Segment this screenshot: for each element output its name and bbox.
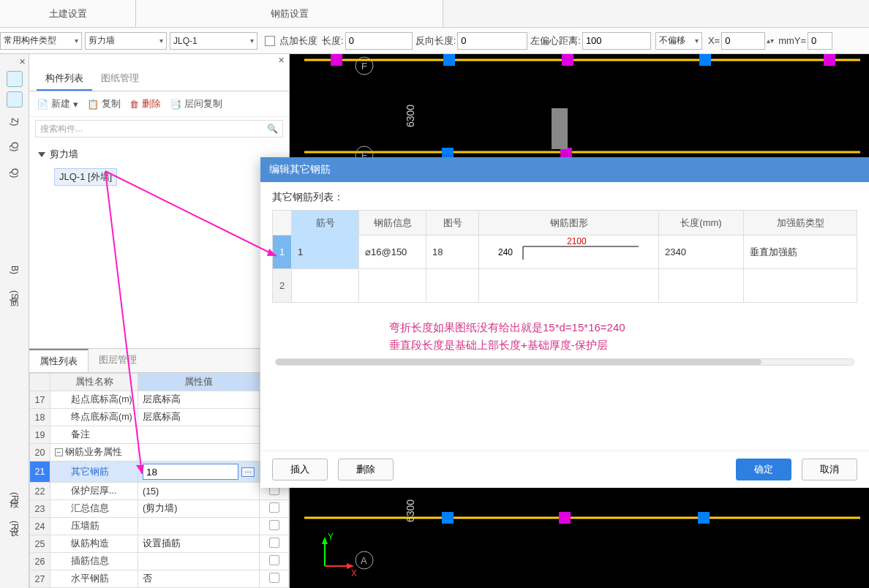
- side-item[interactable]: 设(R): [8, 521, 20, 533]
- select-wall-type[interactable]: 剪力墙▾: [85, 32, 167, 50]
- property-value[interactable]: [138, 553, 260, 570]
- cell-rebar-info[interactable]: ⌀16@150: [359, 235, 426, 269]
- row-number: 20: [30, 444, 50, 461]
- col-rebar-no[interactable]: 筋号: [292, 211, 359, 235]
- select-member-type[interactable]: 常用构件类型▾: [0, 32, 82, 50]
- table-row[interactable]: 21其它钢筋⋯: [30, 461, 289, 483]
- property-name: 压墙筋: [50, 518, 138, 535]
- side-item[interactable]: 段(R): [8, 492, 20, 505]
- checkbox-point-add-length[interactable]: [265, 36, 275, 46]
- table-row[interactable]: 27水平钢筋否: [30, 570, 289, 588]
- nav-icon-2[interactable]: [7, 91, 23, 108]
- col-img-no[interactable]: 图号: [426, 211, 479, 235]
- property-value[interactable]: [138, 426, 260, 444]
- tree-item-jlq1[interactable]: JLQ-1 [外墙]: [54, 168, 117, 186]
- table-row[interactable]: 22保护层厚...(15): [30, 483, 289, 500]
- tab-component-list[interactable]: 构件列表: [37, 67, 92, 91]
- ok-button[interactable]: 确定: [736, 459, 791, 480]
- input-length[interactable]: [345, 32, 413, 50]
- property-value[interactable]: [138, 518, 260, 535]
- col-rebar-info[interactable]: 钢筋信息: [359, 211, 426, 235]
- side-item[interactable]: Z): [10, 118, 20, 126]
- table-row[interactable]: 19备注: [30, 426, 289, 444]
- cell-img-no[interactable]: 18: [426, 235, 479, 269]
- table-row[interactable]: 17起点底标高(m)层底标高: [30, 391, 289, 409]
- floor-copy-button[interactable]: 📑 层间复制: [170, 97, 222, 110]
- extra-checkbox-cell[interactable]: [260, 553, 289, 570]
- tab-property-list[interactable]: 属性列表: [29, 349, 89, 372]
- tab-tujian[interactable]: 土建设置: [0, 0, 136, 27]
- col-length[interactable]: 长度(mm): [659, 211, 744, 235]
- checkbox-icon[interactable]: [269, 520, 279, 530]
- select-offset[interactable]: 不偏移▾: [655, 32, 702, 50]
- side-item[interactable]: Q): [10, 142, 20, 151]
- property-value[interactable]: 设置插筋: [138, 535, 260, 553]
- side-item[interactable]: 筋(S): [8, 290, 20, 302]
- tab-gangjin[interactable]: 钢筋设置: [136, 0, 443, 27]
- property-value[interactable]: (15): [138, 483, 260, 500]
- side-item[interactable]: B): [10, 265, 20, 274]
- select-jlq[interactable]: JLQ-1▾: [170, 32, 257, 50]
- col-rebar-shape[interactable]: 钢筋图形: [479, 211, 659, 235]
- extra-checkbox-cell[interactable]: [260, 518, 289, 535]
- close-icon[interactable]: ✕: [19, 57, 26, 67]
- property-value[interactable]: 否: [138, 570, 260, 588]
- input-x[interactable]: [721, 32, 765, 50]
- property-value[interactable]: [138, 444, 260, 461]
- nav-icon-1[interactable]: [7, 71, 23, 87]
- tree-root-shear-wall[interactable]: 剪力墙: [37, 145, 282, 164]
- more-icon[interactable]: ⋯: [241, 467, 255, 477]
- input-mmy[interactable]: [808, 32, 832, 50]
- table-row[interactable]: 23汇总信息(剪力墙): [30, 500, 289, 518]
- checkbox-icon[interactable]: [269, 555, 279, 565]
- table-row[interactable]: 26插筋信息: [30, 553, 289, 570]
- property-panel: 属性列表 图层管理 属性名称 属性值 附加 17起点底标高(m)层底标高18终点…: [29, 348, 289, 588]
- side-item[interactable]: Q): [10, 168, 20, 178]
- cell-rebar-shape[interactable]: 240 2100: [479, 235, 659, 269]
- horizontal-scrollbar[interactable]: [275, 358, 854, 366]
- tab-drawing-manage[interactable]: 图纸管理: [92, 67, 148, 91]
- table-row[interactable]: 18终点底标高(m)层底标高: [30, 409, 289, 426]
- cell-type[interactable]: 垂直加强筋: [744, 235, 857, 269]
- property-value[interactable]: 层底标高: [138, 409, 260, 426]
- property-value[interactable]: ⋯: [138, 461, 260, 483]
- rebar-table: 筋号 钢筋信息 图号 钢筋图形 长度(mm) 加强筋类型 1 1 ⌀16@150…: [272, 210, 857, 303]
- table-row[interactable]: 20−钢筋业务属性: [30, 444, 289, 461]
- extra-checkbox-cell[interactable]: [260, 535, 289, 553]
- table-row[interactable]: 1 1 ⌀16@150 18 240 2100 2340 垂直加强筋: [273, 235, 857, 269]
- table-row[interactable]: 2: [273, 269, 857, 303]
- tab-layer-manage[interactable]: 图层管理: [89, 349, 147, 372]
- col-reinforce-type[interactable]: 加强筋类型: [744, 211, 857, 235]
- new-button[interactable]: 📄 新建 ▾: [37, 97, 78, 110]
- cancel-button[interactable]: 取消: [802, 459, 857, 480]
- chevron-down-icon: ▾: [75, 37, 78, 45]
- cell-rebar-no[interactable]: 1: [292, 235, 359, 269]
- dialog-footer: 插入 删除 确定 取消: [260, 451, 869, 488]
- extra-checkbox-cell[interactable]: [260, 500, 289, 518]
- svg-rect-18: [698, 512, 710, 524]
- checkbox-icon[interactable]: [269, 573, 279, 583]
- extra-checkbox-cell[interactable]: [260, 570, 289, 588]
- cell-length[interactable]: 2340: [659, 235, 744, 269]
- input-rev-length[interactable]: [457, 32, 527, 50]
- close-icon[interactable]: ✕: [278, 56, 285, 65]
- input-eccentric[interactable]: [582, 32, 651, 50]
- property-name: −钢筋业务属性: [50, 444, 138, 461]
- checkbox-icon[interactable]: [269, 538, 279, 548]
- property-value[interactable]: (剪力墙): [138, 500, 260, 518]
- table-row[interactable]: 24压墙筋: [30, 518, 289, 535]
- checkbox-icon[interactable]: [269, 502, 279, 513]
- search-input[interactable]: 搜索构件... 🔍: [35, 120, 283, 137]
- delete-button[interactable]: 删除: [338, 459, 394, 480]
- delete-button[interactable]: 🗑 删除: [129, 97, 161, 110]
- row-number: 23: [30, 500, 50, 518]
- edit-other-rebar-dialog: 编辑其它钢筋 其它钢筋列表： 筋号 钢筋信息 图号 钢筋图形 长度(mm) 加强…: [260, 157, 869, 488]
- table-row[interactable]: 25纵筋构造设置插筋: [30, 535, 289, 553]
- svg-rect-9: [552, 108, 568, 149]
- svg-text:2100: 2100: [567, 236, 587, 246]
- copy-button[interactable]: 📋 复制: [87, 97, 121, 110]
- insert-button[interactable]: 插入: [272, 459, 328, 480]
- property-value[interactable]: 层底标高: [138, 391, 260, 409]
- svg-text:240: 240: [498, 247, 513, 257]
- property-input[interactable]: [143, 464, 238, 480]
